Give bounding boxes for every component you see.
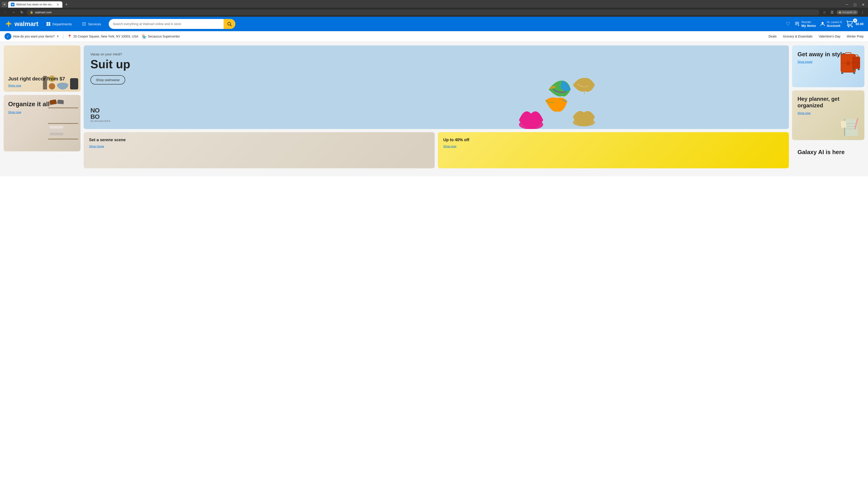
galaxy-card-title: Galaxy AI is here <box>798 149 859 156</box>
svg-point-10 <box>82 25 83 26</box>
walmart-logo-text: walmart <box>14 20 38 28</box>
new-tab-button[interactable]: + <box>63 1 70 8</box>
back-button[interactable]: ← <box>2 9 8 15</box>
serene-card-title: Set a serene scene <box>89 138 429 142</box>
favorites-button[interactable]: ♡ <box>786 21 790 27</box>
sidebar-toggle-button[interactable]: ☰ <box>829 9 835 15</box>
browser-menu-button[interactable]: ⋮ <box>860 9 866 15</box>
promo-card-serene[interactable]: Set a serene scene Shop home <box>84 132 435 168</box>
security-icon: 🔒 <box>30 11 33 14</box>
my-items-label: My Items <box>801 24 816 28</box>
decor-card-cta[interactable]: Shop now <box>8 84 21 87</box>
tab-switcher[interactable]: ▼ <box>2 2 7 7</box>
svg-rect-3 <box>49 24 51 26</box>
reorder-button[interactable]: Reorder My Items <box>794 21 816 28</box>
store-button[interactable]: 🏪 Secaucus Supercenter <box>142 34 180 39</box>
svg-point-31 <box>858 68 860 70</box>
center-column: Vacay on your mind? Suit up Shop swimwea… <box>84 45 789 173</box>
svg-rect-0 <box>46 22 48 24</box>
organize-card-cta[interactable]: Shop now <box>8 110 21 114</box>
right-column: Get away in style Shop travel <box>792 45 864 173</box>
active-tab[interactable]: W Walmart has deals on the mos... ✕ <box>8 1 62 8</box>
promo-card-planner[interactable]: Hey planner, get organized Shop now <box>792 90 864 140</box>
planner-card-cta[interactable]: Shop now <box>798 111 811 115</box>
incognito-badge[interactable]: 🕵 Incognito (3) <box>837 10 858 14</box>
header-right: ♡ Reorder My Items Hi, Lauren D Account <box>786 20 864 28</box>
hero-banner[interactable]: Vacay on your mind? Suit up Shop swimwea… <box>84 45 789 129</box>
delivery-circle-icon: ✓ <box>4 33 11 40</box>
departments-button[interactable]: Departments <box>44 20 74 28</box>
cart-icon <box>846 20 854 28</box>
nav-link-deals[interactable]: Deals <box>769 35 777 38</box>
promo-card-sale[interactable]: Up to 40% off Shop now <box>438 132 789 168</box>
tab-title: Walmart has deals on the mos... <box>16 3 54 6</box>
svg-line-14 <box>230 25 231 26</box>
forward-button[interactable]: → <box>10 9 17 15</box>
bottom-promos: Set a serene scene Shop home Up to 40% o… <box>84 132 789 168</box>
browser-chrome: ▼ W Walmart has deals on the mos... ✕ + … <box>0 0 868 17</box>
url-display: walmart.com <box>35 11 52 14</box>
maximize-button[interactable]: ◻ <box>852 1 858 8</box>
account-text: Hi, Lauren D Account <box>827 21 842 28</box>
cart-button[interactable]: 0 $0.00 <box>846 20 864 28</box>
browser-tabbar: ▼ W Walmart has deals on the mos... ✕ + … <box>0 0 868 8</box>
walmart-logo[interactable]: walmart <box>4 20 38 28</box>
sale-card-cta[interactable]: Shop now <box>443 144 783 148</box>
close-button[interactable]: ✕ <box>860 1 866 8</box>
hero-content: Vacay on your mind? Suit up Shop swimwea… <box>90 52 130 85</box>
serene-card-cta[interactable]: Shop home <box>89 144 429 148</box>
cart-badge: 0 <box>853 19 857 23</box>
delivery-option-button[interactable]: ✓ How do you want your items? ▼ <box>4 33 59 40</box>
svg-point-8 <box>84 24 84 24</box>
account-greeting: Hi, Lauren D <box>827 21 842 24</box>
luggage-illustration <box>839 48 861 79</box>
delivery-chevron-icon: ▼ <box>57 35 59 38</box>
svg-point-6 <box>85 22 86 23</box>
svg-point-15 <box>822 22 824 24</box>
svg-rect-24 <box>847 61 850 65</box>
promo-card-organize[interactable]: Organize it all Shop now <box>4 95 81 151</box>
bookmark-button[interactable]: ☆ <box>821 9 828 15</box>
hero-cta-button[interactable]: Shop swimwear <box>90 75 125 85</box>
services-button[interactable]: Services <box>80 20 103 28</box>
svg-point-30 <box>852 68 855 70</box>
cart-price: $0.00 <box>856 22 864 26</box>
search-button[interactable] <box>223 19 235 29</box>
browser-toolbar-actions: ☆ ☰ 🕵 Incognito (3) ⋮ <box>821 9 866 15</box>
tab-close-button[interactable]: ✕ <box>56 3 60 6</box>
svg-point-7 <box>82 24 83 24</box>
sale-card-title: Up to 40% off <box>443 138 783 142</box>
account-icon <box>819 21 826 27</box>
decor-card-content: Just right decor from $7 Shop now <box>8 76 76 87</box>
nav-link-valentines[interactable]: Valentine's Day <box>819 35 840 38</box>
refresh-button[interactable]: ↻ <box>19 9 25 15</box>
store-icon: 🏪 <box>142 34 147 39</box>
account-button[interactable]: Hi, Lauren D Account <box>819 21 842 28</box>
delivery-bar: ✓ How do you want your items? ▼ | 📍 20 C… <box>0 31 868 42</box>
svg-point-9 <box>85 24 86 24</box>
delivery-option-label: How do you want your items? <box>13 35 55 38</box>
address-bar[interactable]: 🔒 walmart.com <box>27 9 819 15</box>
location-button[interactable]: 📍 20 Cooper Square, New York, NY 10003, … <box>67 34 138 39</box>
organize-card-content: Organize it all Shop now <box>8 100 76 114</box>
walmart-header: walmart Departments Services <box>0 17 868 31</box>
nav-link-winter[interactable]: Winter Prep <box>847 35 864 38</box>
planner-illustration <box>839 117 862 138</box>
promo-card-decor[interactable]: Just right decor from $7 Shop now <box>4 45 81 92</box>
minimize-button[interactable]: ─ <box>844 1 850 8</box>
swimwear-illustration <box>331 45 789 129</box>
svg-point-4 <box>82 22 83 23</box>
promo-card-travel[interactable]: Get away in style Shop travel <box>792 45 864 87</box>
divider: | <box>63 34 64 39</box>
browser-toolbar: ← → ↻ 🔒 walmart.com ☆ ☰ 🕵 Incognito (3) … <box>0 8 868 17</box>
promo-card-galaxy[interactable]: Galaxy AI is here <box>792 143 864 173</box>
search-input[interactable] <box>109 20 223 28</box>
main-content: Just right decor from $7 Shop now Organi… <box>0 42 868 176</box>
svg-point-26 <box>853 72 855 74</box>
search-bar <box>109 19 235 29</box>
svg-point-12 <box>85 25 86 26</box>
organize-card-title: Organize it all <box>8 100 76 108</box>
shelf-bar-3 <box>48 139 78 139</box>
nav-link-grocery[interactable]: Grocery & Essentials <box>783 35 813 38</box>
hero-swimwear-scene <box>331 45 789 129</box>
